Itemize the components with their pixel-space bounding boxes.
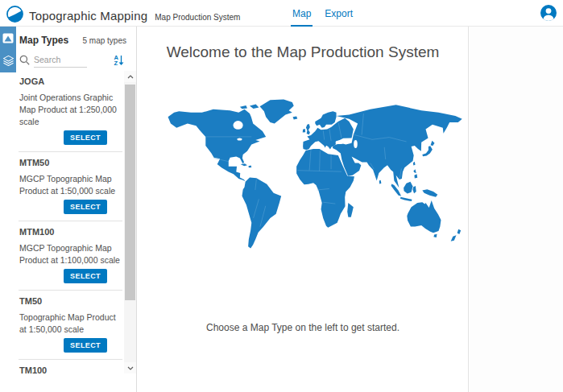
tool-strip xyxy=(0,27,16,392)
search-input[interactable] xyxy=(34,53,87,68)
app-title: Topographic Mapping xyxy=(29,9,147,23)
app-window: Topographic Mapping Map Production Syste… xyxy=(0,0,563,392)
map-type-description: MGCP Topographic Map Product at 1:50,000… xyxy=(19,173,122,197)
chevron-down-icon[interactable] xyxy=(124,362,136,373)
top-nav: MapExport xyxy=(291,0,365,27)
map-type-description: MGCP Topographic Map Product at 1:100,00… xyxy=(19,242,122,266)
app-subtitle: Map Production System xyxy=(155,13,240,22)
map-type-name: JOGA xyxy=(19,76,122,86)
app-header: Topographic Mapping Map Production Syste… xyxy=(0,0,563,27)
map-type-item-tm100: TM100 xyxy=(19,360,122,373)
map-type-description: Joint Operations Graphic Map Product at … xyxy=(19,92,122,128)
map-types-panel: Map Types 5 map types AZ JOGAJoint Opera… xyxy=(16,27,137,392)
panel-header: Map Types 5 map types xyxy=(16,27,136,46)
right-gutter xyxy=(470,27,563,392)
select-button-mtm50[interactable]: SELECT xyxy=(64,200,107,214)
map-type-item-mtm50: MTM50MGCP Topographic Map Product at 1:5… xyxy=(19,152,122,221)
select-button-tm50[interactable]: SELECT xyxy=(64,338,107,353)
map-type-item-joga: JOGAJoint Operations Graphic Map Product… xyxy=(19,71,122,152)
tab-export[interactable]: Export xyxy=(323,1,354,27)
main-panel: Welcome to the Map Production System xyxy=(138,27,469,392)
tool-strip-buttons xyxy=(0,27,16,72)
map-type-name: MTM50 xyxy=(19,158,122,167)
chevron-up-icon[interactable] xyxy=(124,71,136,82)
user-avatar-icon[interactable] xyxy=(540,5,557,21)
map-type-description: Topographic Map Product at 1:50,000 scal… xyxy=(19,312,122,336)
map-types-panel-icon[interactable] xyxy=(0,27,16,49)
map-type-item-mtm100: MTM100MGCP Topographic Map Product at 1:… xyxy=(19,221,122,291)
globe-icon xyxy=(6,6,23,23)
welcome-title: Welcome to the Map Production System xyxy=(167,43,440,61)
map-type-name: MTM100 xyxy=(19,227,122,237)
search-icon xyxy=(19,55,30,65)
select-button-mtm100[interactable]: SELECT xyxy=(64,269,107,283)
scrollbar-thumb[interactable] xyxy=(125,85,135,300)
map-type-count: 5 map types xyxy=(83,36,126,45)
map-type-name: TM100 xyxy=(19,365,122,373)
get-started-caption: Choose a Map Type on the left to get sta… xyxy=(206,322,399,333)
select-button-joga[interactable]: SELECT xyxy=(64,130,107,145)
map-type-item-tm50: TM50Topographic Map Product at 1:50,000 … xyxy=(19,291,122,360)
search-row: AZ xyxy=(16,46,136,67)
sort-alphabetical-icon[interactable]: AZ xyxy=(114,55,124,66)
panel-title: Map Types xyxy=(19,35,68,46)
layers-icon[interactable] xyxy=(0,49,16,72)
sidebar-scrollbar[interactable] xyxy=(124,71,136,373)
brand: Topographic Mapping Map Production Syste… xyxy=(0,3,240,23)
map-type-list: JOGAJoint Operations Graphic Map Product… xyxy=(16,71,124,373)
map-type-name: TM50 xyxy=(19,296,122,306)
tab-map[interactable]: Map xyxy=(291,1,313,27)
world-map xyxy=(158,98,464,251)
